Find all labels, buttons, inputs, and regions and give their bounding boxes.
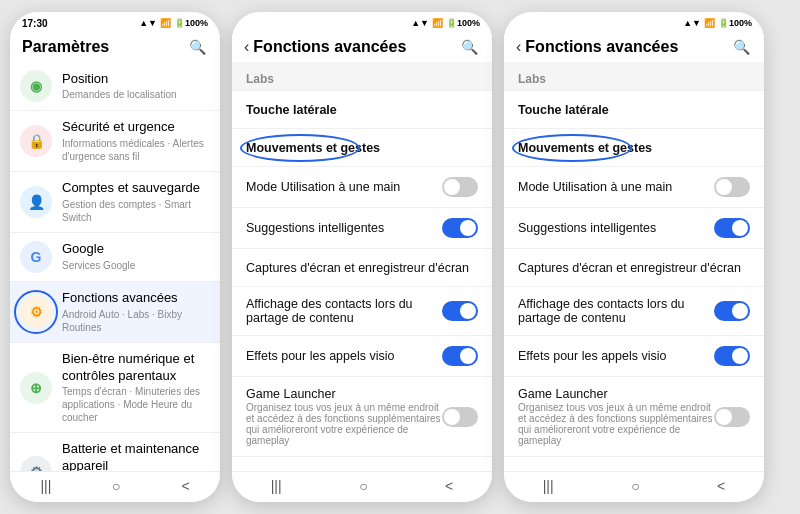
menu-label-touche-advanced-list-3: Touche latérale: [518, 103, 750, 117]
nav-back-2[interactable]: <: [445, 478, 453, 494]
menu-row-game-advanced-list-3[interactable]: Game LauncherOrganisez tous vos jeux à u…: [504, 377, 764, 457]
menu-label-captures-advanced-list-2: Captures d'écran et enregistreur d'écran: [246, 261, 478, 275]
toggle-mode-main-advanced-list-3[interactable]: [714, 177, 750, 197]
menu-row-effets-advanced-list-3[interactable]: Effets pour les appels visio: [504, 336, 764, 377]
menu-label-wrap-game: Game LauncherOrganisez tous vos jeux à u…: [246, 387, 442, 446]
toggle-affichage-advanced-list-3[interactable]: [714, 301, 750, 321]
settings-item-google[interactable]: GGoogleServices Google: [10, 233, 220, 282]
menu-label-wrap-mode-main: Mode Utilisation à une main: [246, 180, 442, 194]
settings-item-securite[interactable]: 🔒Sécurité et urgenceInformations médical…: [10, 111, 220, 172]
menu-row-touche-advanced-list-3[interactable]: Touche latérale: [504, 91, 764, 129]
nav-back-3[interactable]: <: [717, 478, 725, 494]
toggle-suggestions-advanced-list-3[interactable]: [714, 218, 750, 238]
toggle-effets-advanced-list-3[interactable]: [714, 346, 750, 366]
menu-label-effets-advanced-list-2: Effets pour les appels visio: [246, 349, 442, 363]
battery-icon-3: 🔋100%: [718, 18, 752, 28]
phone-inner-2: LabsTouche latéraleMouvements et gestesM…: [232, 62, 492, 471]
toggle-mode-main-advanced-list-2[interactable]: [442, 177, 478, 197]
top-bar-2: ‹ Fonctions avancées 🔍: [232, 32, 492, 62]
nav-menu-2[interactable]: |||: [271, 478, 282, 494]
status-icons-2: ▲▼ 📶 🔋100%: [411, 18, 480, 28]
settings-sublabel-bienetre: Temps d'écran · Minuteries des applicati…: [62, 385, 210, 424]
menu-label-wrap-captures: Captures d'écran et enregistreur d'écran: [246, 261, 478, 275]
settings-sublabel-comptes: Gestion des comptes · Smart Switch: [62, 198, 210, 224]
menu-row-affichage-advanced-list-2[interactable]: Affichage des contacts lors du partage d…: [232, 287, 492, 336]
menu-row-mouvements-advanced-list-3[interactable]: Mouvements et gestes: [504, 129, 764, 167]
nav-home-1[interactable]: ○: [112, 478, 120, 494]
menu-label-wrap-effets: Effets pour les appels visio: [518, 349, 714, 363]
menu-row-captures-advanced-list-3[interactable]: Captures d'écran et enregistreur d'écran: [504, 249, 764, 287]
status-bar-3: ▲▼ 📶 🔋100%: [504, 12, 764, 32]
nav-menu-3[interactable]: |||: [543, 478, 554, 494]
back-area-3[interactable]: ‹ Fonctions avancées: [516, 38, 678, 56]
toggle-game-advanced-list-3[interactable]: [714, 407, 750, 427]
nav-home-3[interactable]: ○: [631, 478, 639, 494]
settings-text-fonctions: Fonctions avancéesAndroid Auto · Labs · …: [62, 290, 210, 334]
menu-row-suggestions-advanced-list-2[interactable]: Suggestions intelligentes: [232, 208, 492, 249]
menu-label-wrap-captures: Captures d'écran et enregistreur d'écran: [518, 261, 750, 275]
page-title-3: Fonctions avancées: [525, 38, 678, 56]
settings-label-securite: Sécurité et urgence: [62, 119, 210, 136]
menu-label-suggestions-advanced-list-3: Suggestions intelligentes: [518, 221, 714, 235]
menu-row-mouvements-advanced-list-2[interactable]: Mouvements et gestes: [232, 129, 492, 167]
toggle-suggestions-advanced-list-2[interactable]: [442, 218, 478, 238]
menu-sublabel-game-advanced-list-2: Organisez tous vos jeux à un même endroi…: [246, 402, 442, 446]
settings-icon-google: G: [20, 241, 52, 273]
top-bar-3: ‹ Fonctions avancées 🔍: [504, 32, 764, 62]
status-icons-1: ▲▼ 📶 🔋100%: [139, 18, 208, 28]
battery-icon-2: 🔋100%: [446, 18, 480, 28]
menu-label-wrap-effets: Effets pour les appels visio: [246, 349, 442, 363]
menu-label-wrap-suggestions: Suggestions intelligentes: [246, 221, 442, 235]
wifi-icon-3: 📶: [704, 18, 715, 28]
menu-label-wrap-touche: Touche latérale: [518, 103, 750, 117]
search-button-1[interactable]: 🔍: [186, 36, 208, 58]
settings-item-batterie[interactable]: ⚙Batterie et maintenance appareilStockag…: [10, 433, 220, 471]
menu-label-wrap-affichage: Affichage des contacts lors du partage d…: [246, 297, 442, 325]
settings-icon-comptes: 👤: [20, 186, 52, 218]
menu-label-affichage-advanced-list-3: Affichage des contacts lors du partage d…: [518, 297, 714, 325]
menu-row-mode-main-advanced-list-3[interactable]: Mode Utilisation à une main: [504, 167, 764, 208]
battery-icon: 🔋100%: [174, 18, 208, 28]
menu-row-affichage-advanced-list-3[interactable]: Affichage des contacts lors du partage d…: [504, 287, 764, 336]
menu-row-game-advanced-list-2[interactable]: Game LauncherOrganisez tous vos jeux à u…: [232, 377, 492, 457]
nav-bar-1: ||| ○ <: [10, 471, 220, 502]
toggle-game-advanced-list-2[interactable]: [442, 407, 478, 427]
settings-item-fonctions[interactable]: ⚙Fonctions avancéesAndroid Auto · Labs ·…: [10, 282, 220, 343]
settings-item-bienetre[interactable]: ⊕Bien-être numérique et contrôles parent…: [10, 343, 220, 434]
settings-item-position[interactable]: ◉PositionDemandes de localisation: [10, 62, 220, 111]
wifi-icon: 📶: [160, 18, 171, 28]
section-labs-advanced-list-2: Labs: [232, 62, 492, 90]
menu-label-mode-main-advanced-list-2: Mode Utilisation à une main: [246, 180, 442, 194]
settings-item-comptes[interactable]: 👤Comptes et sauvegardeGestion des compte…: [10, 172, 220, 233]
nav-menu-1[interactable]: |||: [40, 478, 51, 494]
time-1: 17:30: [22, 18, 48, 29]
back-arrow-3[interactable]: ‹: [516, 38, 521, 56]
menu-label-wrap-game: Game LauncherOrganisez tous vos jeux à u…: [518, 387, 714, 446]
menu-row-mode-main-advanced-list-2[interactable]: Mode Utilisation à une main: [232, 167, 492, 208]
settings-text-position: PositionDemandes de localisation: [62, 71, 210, 102]
status-icons-3: ▲▼ 📶 🔋100%: [683, 18, 752, 28]
search-button-3[interactable]: 🔍: [730, 36, 752, 58]
settings-icon-bienetre: ⊕: [20, 372, 52, 404]
menu-row-suggestions-advanced-list-3[interactable]: Suggestions intelligentes: [504, 208, 764, 249]
nav-back-1[interactable]: <: [181, 478, 189, 494]
search-button-2[interactable]: 🔍: [458, 36, 480, 58]
back-area-2[interactable]: ‹ Fonctions avancées: [244, 38, 406, 56]
menu-row-touche-advanced-list-2[interactable]: Touche latérale: [232, 91, 492, 129]
back-arrow-2[interactable]: ‹: [244, 38, 249, 56]
menu-label-effets-advanced-list-3: Effets pour les appels visio: [518, 349, 714, 363]
menu-row-effets-advanced-list-2[interactable]: Effets pour les appels visio: [232, 336, 492, 377]
menu-label-mouvements-advanced-list-2: Mouvements et gestes: [246, 141, 478, 155]
advanced-list-3: LabsTouche latéraleMouvements et gestesM…: [504, 62, 764, 457]
menu-label-wrap-mouvements: Mouvements et gestes: [518, 141, 750, 155]
menu-label-mouvements-advanced-list-3: Mouvements et gestes: [518, 141, 750, 155]
settings-icon-batterie: ⚙: [20, 456, 52, 471]
menu-label-game-advanced-list-3: Game Launcher: [518, 387, 714, 401]
toggle-effets-advanced-list-2[interactable]: [442, 346, 478, 366]
nav-home-2[interactable]: ○: [359, 478, 367, 494]
nav-bar-3: ||| ○ <: [504, 471, 764, 502]
toggle-affichage-advanced-list-2[interactable]: [442, 301, 478, 321]
menu-label-touche-advanced-list-2: Touche latérale: [246, 103, 478, 117]
page-title-2: Fonctions avancées: [253, 38, 406, 56]
menu-row-captures-advanced-list-2[interactable]: Captures d'écran et enregistreur d'écran: [232, 249, 492, 287]
